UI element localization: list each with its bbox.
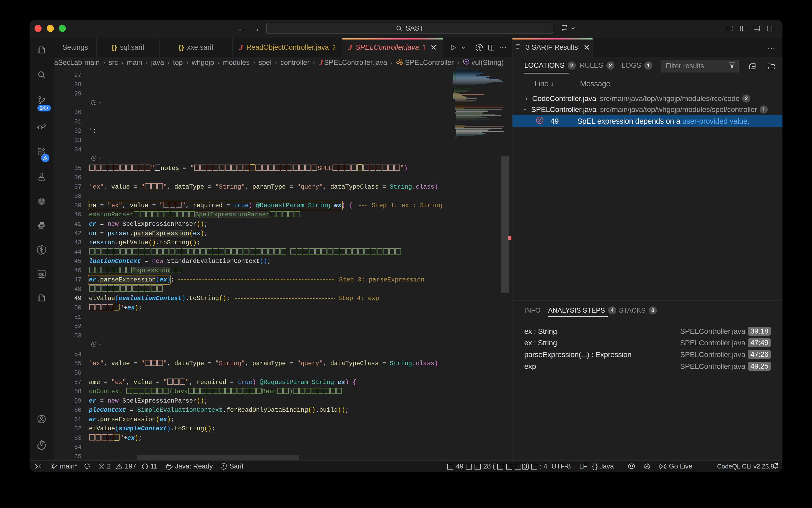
svg-text:QL: QL (39, 272, 44, 277)
